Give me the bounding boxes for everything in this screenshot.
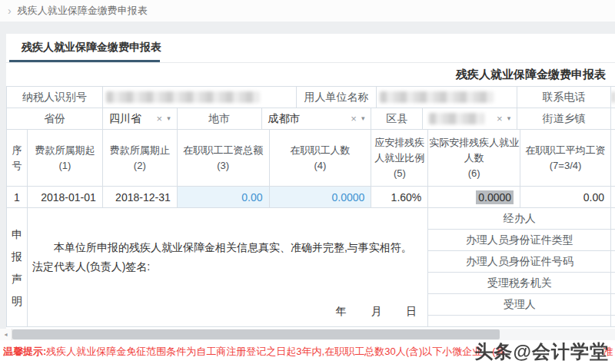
cell-avg-salary: 0.00: [520, 187, 611, 208]
page: › 残疾人就业保障金缴费申报表 残疾人就业保障金缴费申报表 残疾人就业保障金缴费…: [0, 0, 615, 364]
declaration-statement: 本单位所申报的残疾人就业保障金相关信息真实、准确并完整,与事实相符。: [32, 239, 423, 256]
redacted-phone: [612, 91, 615, 103]
street-field: [611, 108, 615, 130]
acceptor-label: 受理人: [428, 294, 611, 315]
tab-declaration-form[interactable]: 残疾人就业保障金缴费申报表: [22, 41, 161, 55]
tip-label: 温馨提示:: [3, 346, 46, 357]
province-select[interactable]: 四川省 × ▾: [103, 108, 178, 130]
street-label: 街道乡镇: [517, 108, 611, 130]
scrollbar-thumb[interactable]: [12, 329, 500, 339]
handler-row: 受理税务机关: [428, 273, 615, 294]
dropdown-arrow-icon[interactable]: ▾: [167, 115, 171, 122]
province-label: 省份: [7, 108, 103, 130]
cell-actual-count-input[interactable]: 0.0000: [428, 187, 520, 208]
declaration-section: 申 报 声 明 本单位所申报的残疾人就业保障金相关信息真实、准确并完整,与事实相…: [7, 208, 615, 327]
district-select[interactable]: × ▾: [423, 108, 517, 130]
handler-row: 受理人: [428, 294, 615, 316]
redacted-employer-name: [380, 91, 494, 103]
signature-line: 法定代表人(负责人)签名:: [32, 260, 423, 274]
dropdown-arrow-icon[interactable]: ▾: [507, 115, 511, 122]
cell-salary-total-input[interactable]: 0.00: [178, 187, 270, 208]
declaration-date: 年 月 日: [336, 305, 417, 319]
col-header-avg-salary: 在职职工平均工资(7=3/4): [520, 130, 611, 187]
city-select[interactable]: 成都市 × ▾: [262, 108, 372, 130]
declaration-vertical-label: 申 报 声 明: [7, 208, 28, 327]
table-header-row: 序号 费款所属期起(1) 费款所属期止(2) 在职职工工资总额(3) 在职职工人…: [7, 130, 615, 187]
cell-period-start: 2018-01-01: [28, 187, 103, 208]
date-month-label: 月: [371, 305, 381, 317]
col-header-required-ratio: 应安排残疾人就业比例(5): [371, 130, 428, 187]
redacted-taxpayer-id: [106, 91, 260, 103]
col-header-period-start: 费款所属期起(1): [28, 130, 103, 187]
redacted-district: [429, 113, 484, 124]
breadcrumb: › 残疾人就业保障金缴费申报表: [0, 0, 615, 22]
col-header-actual-count: 实际安排残疾人就业人数(6): [428, 130, 520, 187]
employer-name-field: [377, 87, 517, 108]
form-card: 残疾人就业保障金缴费申报表 残疾人就业保障金缴费申报表 纳税人识别号 用人单位名…: [6, 34, 615, 329]
selected-value[interactable]: 0.0000: [476, 190, 514, 204]
date-day-label: 日: [406, 305, 417, 317]
cell-seq: 1: [7, 187, 28, 208]
city-value: 成都市: [268, 112, 301, 126]
clear-icon[interactable]: ×: [351, 114, 357, 124]
horizontal-scrollbar[interactable]: ◂: [0, 329, 615, 340]
breadcrumb-label[interactable]: 残疾人就业保障金缴费申报表: [18, 4, 148, 18]
agent-label: 经办人: [428, 208, 611, 229]
cell-employee-count-input[interactable]: 0.0000: [270, 187, 372, 208]
chevron-right-icon: ›: [8, 5, 12, 16]
handler-row: 办理人员身份证件号码: [428, 251, 615, 273]
handler-row: 办理人员身份证件类型: [428, 230, 615, 251]
province-value: 四川省: [109, 112, 141, 126]
declaration-table: 纳税人识别号 用人单位名称 联系电话 省份 四川省 ×: [6, 86, 615, 327]
phone-field: [611, 87, 615, 108]
tax-authority-label: 受理税务机关: [428, 273, 611, 293]
cell-required-ratio: 1.60%: [371, 187, 428, 208]
taxpayer-id-label: 纳税人识别号: [7, 87, 103, 108]
info-row: 纳税人识别号 用人单位名称 联系电话: [7, 87, 615, 108]
city-label: 地市: [178, 108, 262, 130]
region-row: 省份 四川省 × ▾ 地市 成都市 × ▾ 区县 × ▾ 街道: [7, 108, 615, 130]
clear-icon[interactable]: ×: [157, 114, 163, 124]
scroll-left-icon: ◂: [4, 331, 7, 338]
col-header-seq: 序号: [7, 130, 28, 187]
tip-text: 残疾人就业保障金免征范围条件为自工商注册登记之日起3年内,在职职工总数30人(含…: [46, 346, 505, 357]
col-header-period-end: 费款所属期止(2): [103, 130, 178, 187]
district-label: 区县: [371, 108, 423, 130]
date-year-label: 年: [336, 305, 347, 317]
declaration-body: 本单位所申报的残疾人就业保障金相关信息真实、准确并完整,与事实相符。 法定代表人…: [28, 208, 428, 327]
clear-icon[interactable]: ×: [497, 114, 503, 124]
tab-bar: 残疾人就业保障金缴费申报表: [6, 34, 615, 63]
id-type-label: 办理人员身份证件类型: [428, 230, 611, 250]
tab-active-underline: [9, 60, 160, 62]
scroll-left-button[interactable]: ◂: [0, 329, 12, 340]
col-header-employee-count: 在职职工人数(4): [270, 130, 372, 187]
employer-name-label: 用人单位名称: [297, 87, 377, 108]
phone-label: 联系电话: [517, 87, 611, 108]
handler-column: 经办人 办理人员身份证件类型 办理人员身份证件号码 受理税务机关 受理人: [428, 208, 615, 327]
taxpayer-id-field: [103, 87, 297, 108]
dropdown-arrow-icon[interactable]: ▾: [361, 115, 365, 122]
id-number-label: 办理人员身份证件号码: [428, 251, 611, 272]
form-title: 残疾人就业保障金缴费申报表: [456, 68, 606, 82]
table-data-row: 1 2018-01-01 2018-12-31 0.00 0.0000 1.60…: [7, 187, 615, 208]
handler-empty-row: [428, 316, 615, 327]
col-header-salary-total: 在职职工工资总额(3): [178, 130, 270, 187]
cell-period-end: 2018-12-31: [103, 187, 178, 208]
watermark: 头条@会计学堂: [475, 339, 609, 364]
handler-row: 经办人: [428, 208, 615, 230]
